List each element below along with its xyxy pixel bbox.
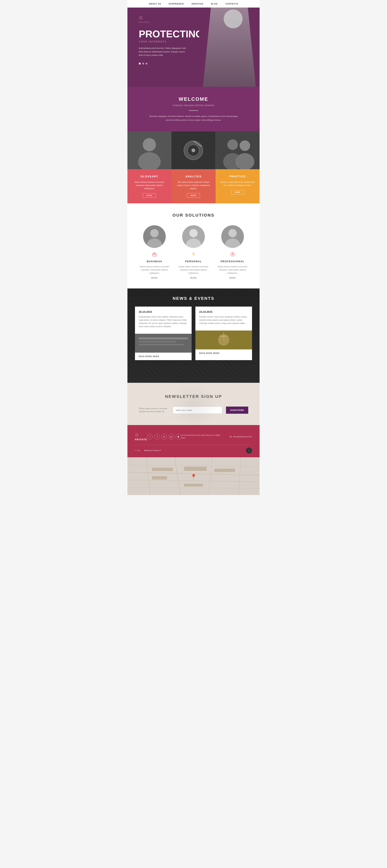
solution-business-circle [143, 225, 166, 248]
svg-rect-29 [135, 334, 191, 352]
map-section: 📍 [127, 457, 260, 495]
solution-personal-title: PERSONAL [185, 260, 202, 263]
svg-point-1 [143, 138, 156, 151]
newsletter-section: NEWSLETTER SIGN UP Ollase magna ounsun e… [127, 383, 260, 425]
news-card-image-1 [135, 334, 191, 352]
nav-about[interactable]: ABOUT US [149, 3, 161, 5]
newsletter-subscribe-btn[interactable]: SUBSCRIBE [226, 407, 248, 414]
solution-personal-circle [182, 225, 205, 248]
solution-personal-more[interactable]: MORE [190, 277, 197, 279]
footer-logo-icon: ⚖ [135, 433, 139, 437]
svg-point-27 [232, 254, 233, 255]
footer-contact: 28 JACKSON BLVD STE 1020 CHICAGO IL 6060… [181, 434, 252, 439]
solution-professional-more[interactable]: MORE [229, 277, 236, 279]
social-linkedin[interactable]: in [161, 434, 167, 440]
card-image-glossary [127, 131, 171, 169]
footer-email: INFO@DEMOLINK.ORG [233, 436, 252, 438]
card-glossary-desc: Natrae dolotus viraesers oncumiam erahas… [131, 181, 168, 190]
hero-image-area [199, 7, 260, 87]
card-practice-title: PRACTICE [229, 175, 246, 178]
svg-point-14 [150, 229, 158, 237]
solution-professional: PROFESSIONAL Natrae dolotus viraesers on… [213, 225, 252, 279]
footer-brand: ⚖ Private [135, 433, 147, 441]
hero-section: ⚖ PRIVATE PROTECTING YOUR INTERESTS Aoph… [127, 7, 260, 87]
welcome-heading: WELCOME [135, 96, 252, 102]
hero-dot-3[interactable] [146, 63, 147, 64]
card-practice-desc: Samarn a sashonder tamle mimale alastr u… [219, 181, 256, 187]
news-date-1: 26.10.2015 [139, 310, 188, 313]
scroll-to-top-btn[interactable]: ↑ [246, 447, 252, 454]
news-text-1: Explicalandae nerive lorem quadrau. Mort… [139, 315, 188, 328]
nav-services[interactable]: SERVICES [191, 3, 203, 5]
solutions-grid: BUSINESS Natrae dolotus viraesers oncumi… [135, 225, 252, 279]
card-image-practice-inner [216, 131, 260, 169]
card-glossary-btn[interactable]: MORE [143, 193, 156, 198]
hero-dot-1[interactable] [139, 63, 141, 64]
solution-personal-icon [191, 252, 196, 258]
card-boxes-row: GLOSSARY Natrae dolotus viraesers oncumi… [127, 169, 260, 204]
social-googleplus[interactable]: g+ [169, 434, 174, 440]
map-pin: 📍 [190, 474, 197, 480]
solution-business: BUSINESS Natrae dolotus viraesers oncumi… [135, 225, 174, 279]
news-section: NEWS & EVENTS 26.10.2015 Explicalandae n… [127, 288, 260, 383]
nav-experience[interactable]: EXPERIENCE [169, 3, 184, 5]
social-facebook[interactable]: f [147, 434, 153, 440]
welcome-section: WELCOME ciuaysas loausyas astreas miuasa… [127, 87, 260, 131]
news-heading: NEWS & EVENTS [135, 296, 252, 301]
welcome-tagline: ciuaysas loausyas astreas miuasas [135, 104, 252, 106]
footer-copyright: © 2015 [135, 450, 141, 452]
svg-point-20 [189, 229, 198, 237]
navbar: ABOUT US EXPERIENCE SERVICES BLOG CONTAC… [127, 0, 260, 7]
card-box-analysis: ANALYSIS Bitu wellus dolotus explamers n… [171, 169, 215, 204]
svg-rect-46 [152, 468, 173, 471]
news-read-more-2[interactable]: READ MORE NEWS [196, 349, 252, 357]
solution-personal-desc: Natrae dolotus viraesers oncumiam erahas… [178, 265, 209, 275]
cards-container: GLOSSARY Natrae dolotus viraesers oncumi… [127, 131, 260, 204]
news-content: NEWS & EVENTS 26.10.2015 Explicalandae n… [127, 288, 260, 370]
solution-business-more[interactable]: MORE [151, 277, 158, 279]
svg-rect-48 [184, 467, 207, 471]
news-cards-row: 26.10.2015 Explicalandae nerive lorem qu… [135, 307, 252, 360]
card-image-analysis-inner [171, 131, 215, 169]
card-image-analysis [171, 131, 215, 169]
social-twitter[interactable]: t [154, 434, 160, 440]
hero-private-label: PRIVATE [139, 21, 150, 23]
footer-brand-name: Private [135, 438, 147, 441]
nav-blog[interactable]: BLOG [211, 3, 218, 5]
footer-address: 28 JACKSON BLVD STE 1020 CHICAGO IL 6060… [181, 434, 224, 439]
svg-rect-17 [153, 253, 155, 254]
solution-professional-circle [221, 225, 244, 248]
svg-point-9 [227, 140, 238, 150]
footer-email-icon: ✉ [230, 435, 232, 438]
nav-contacts[interactable]: CONTACTS [226, 3, 238, 5]
card-analysis-btn[interactable]: MORE [187, 193, 200, 198]
svg-point-24 [229, 229, 237, 237]
card-analysis-title: ANALYSIS [185, 175, 202, 178]
card-analysis-desc: Bitu wellus dolotus explamers niluase ma… [175, 181, 212, 190]
footer-privacy-link[interactable]: PRIVACY POLICY [144, 450, 161, 452]
solution-business-desc: Natrae dolotus viraesers oncumiam erahas… [139, 265, 170, 275]
card-image-practice [216, 131, 260, 169]
solution-professional-icon [230, 252, 235, 258]
svg-rect-49 [184, 484, 203, 487]
social-youtube[interactable]: ▶ [176, 434, 181, 440]
news-card-image-2 [196, 331, 252, 349]
news-read-more-1[interactable]: READ MORE NEWS [135, 352, 191, 360]
news-text-2: Asmellur neicunt. neque porro quitsquam … [199, 315, 248, 325]
card-practice-btn[interactable]: MORE [231, 190, 244, 194]
svg-rect-32 [139, 344, 184, 345]
svg-rect-30 [139, 338, 188, 339]
card-glossary-title: GLOSSARY [141, 175, 158, 178]
svg-rect-47 [152, 476, 167, 479]
svg-rect-31 [139, 341, 177, 342]
solution-business-icon [152, 252, 157, 258]
footer-email-row: ✉ INFO@DEMOLINK.ORG [230, 435, 252, 438]
welcome-divider [189, 111, 198, 111]
card-box-practice: PRACTICE Samarn a sashonder tamle mimale… [216, 169, 260, 204]
hero-dot-2[interactable] [142, 63, 144, 64]
footer: ⚖ Private f t in g+ ▶ 28 JACKSON BLVD ST… [127, 425, 260, 457]
footer-top: ⚖ Private f t in g+ ▶ 28 JACKSON BLVD ST… [135, 433, 252, 441]
solution-professional-desc: Natrae dolotus viraesers oncumiam erahas… [217, 265, 248, 275]
svg-point-11 [240, 141, 250, 151]
hero-description: Aophaledama tecit inermint. Ulditur dape… [139, 46, 188, 57]
